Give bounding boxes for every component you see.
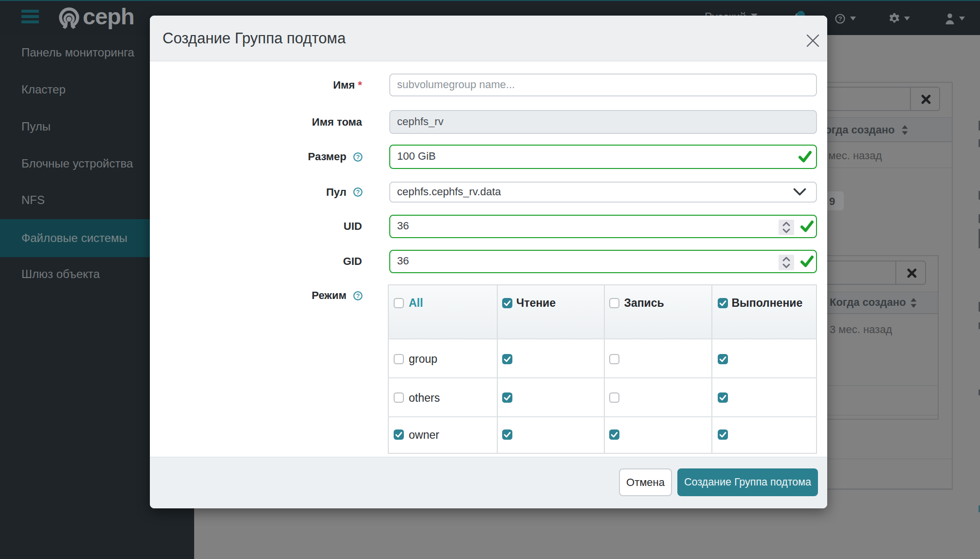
svg-text:?: ? [356,293,360,299]
svg-text:?: ? [356,189,360,196]
svg-text:?: ? [356,154,360,161]
svg-text:?: ? [838,15,842,22]
